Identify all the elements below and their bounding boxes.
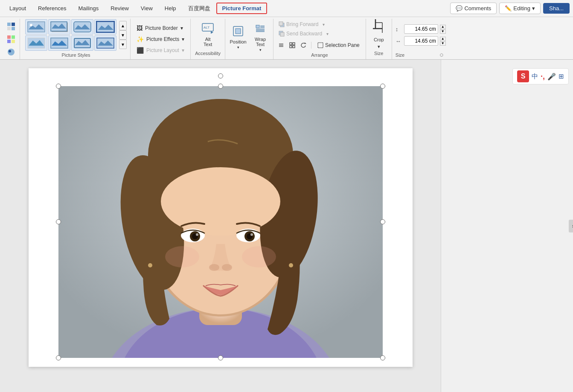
align-button[interactable] [276, 41, 286, 50]
gallery-scroll-down[interactable]: ▼ [119, 30, 127, 40]
send-backward-icon [279, 31, 285, 37]
gallery-scroll-up[interactable]: ▲ [119, 21, 127, 30]
gallery-more[interactable]: ▼ [119, 40, 127, 49]
picture-border-button[interactable]: 🖼 Picture Border ▾ [133, 23, 188, 33]
right-panel-arrow[interactable]: › [569, 220, 573, 232]
accessibility-section: ALT Alt Text Accessibility [191, 19, 225, 59]
comments-button[interactable]: 💬 Comments [450, 3, 497, 14]
height-increment[interactable]: ▲ [440, 25, 446, 29]
handle-br[interactable] [380, 355, 385, 360]
svg-rect-5 [12, 35, 15, 39]
rotate-button[interactable] [298, 41, 308, 50]
picture-effects-button[interactable]: ✨ Picture Effects ▾ [133, 34, 188, 44]
tab-layout[interactable]: Layout [3, 3, 32, 14]
svg-point-66 [250, 233, 253, 236]
svg-rect-39 [293, 43, 295, 45]
height-input[interactable] [404, 24, 438, 34]
wrap-text-button[interactable]: Wrap Text ▾ [249, 28, 271, 47]
bring-forward-dropdown[interactable]: ▾ [323, 22, 325, 27]
picture-style-1[interactable] [25, 19, 47, 35]
svg-rect-1 [12, 23, 15, 26]
svg-point-58 [161, 167, 280, 235]
svg-rect-2 [7, 27, 11, 30]
adjust-section [3, 19, 20, 59]
picture-style-8[interactable] [94, 35, 116, 51]
handle-tr[interactable] [380, 84, 385, 89]
position-button[interactable]: Position ▾ [227, 28, 249, 47]
group-button[interactable] [287, 41, 297, 50]
crop-button[interactable]: Crop ▾ [369, 19, 388, 49]
selection-pane-icon [317, 42, 323, 48]
bring-forward-icon [279, 21, 285, 27]
crop-section: Crop ▾ Size [366, 19, 392, 59]
width-input[interactable] [404, 36, 438, 46]
tab-mailings[interactable]: Mailings [73, 3, 105, 14]
corrections-button[interactable] [5, 21, 17, 32]
height-icon: ↕ [396, 26, 402, 32]
height-decrement[interactable]: ▼ [440, 29, 446, 34]
bring-forward-button[interactable]: Bring Forward [276, 20, 321, 29]
tab-help[interactable]: Help [159, 3, 182, 14]
picture-border-dropdown: ▾ [180, 25, 183, 31]
picture-style-6[interactable] [48, 35, 70, 51]
handle-mr[interactable] [380, 219, 385, 224]
handle-bc[interactable] [218, 355, 223, 360]
tab-references[interactable]: References [32, 3, 72, 14]
width-decrement[interactable]: ▼ [440, 41, 446, 46]
gallery-scroll: ▲ ▼ ▼ [119, 21, 127, 49]
picture-style-7[interactable] [71, 35, 93, 51]
svg-rect-25 [256, 25, 259, 28]
sogou-mic-icon[interactable]: 🎤 [547, 73, 556, 81]
picture-layout-button[interactable]: ⬛ Picture Layout ▾ [133, 45, 188, 55]
tab-view[interactable]: View [135, 3, 159, 14]
send-backward-dropdown[interactable]: ▾ [326, 32, 329, 36]
picture-styles-label: Picture Styles [25, 51, 127, 59]
sogou-grid-icon[interactable]: ⊞ [558, 73, 564, 80]
svg-point-72 [289, 263, 293, 267]
accessibility-label: Accessibility [195, 49, 221, 58]
pencil-icon: ✏️ [505, 5, 512, 12]
artistic-effects-button[interactable] [5, 46, 17, 58]
width-icon: ↔ [396, 38, 402, 44]
svg-rect-24 [236, 29, 241, 34]
share-button[interactable]: Sha... [543, 3, 570, 14]
svg-point-69 [165, 246, 199, 267]
color-button[interactable] [5, 34, 17, 45]
picture-style-2[interactable] [48, 19, 70, 35]
handle-tc[interactable] [218, 84, 223, 89]
handle-ml[interactable] [56, 219, 61, 224]
crop-icon [373, 19, 385, 35]
selection-pane-button[interactable]: Selection Pane [314, 41, 363, 49]
picture-effects-icon: ✨ [137, 36, 144, 43]
arrange-label: Arrange [276, 51, 363, 59]
svg-text:ALT: ALT [204, 26, 209, 29]
width-increment[interactable]: ▲ [440, 37, 446, 41]
svg-rect-32 [279, 22, 283, 26]
document-area: S 中 ·, 🎤 ⊞ › [0, 60, 573, 392]
handle-tl[interactable] [56, 84, 61, 89]
tab-review[interactable]: Review [105, 3, 135, 14]
svg-rect-3 [12, 27, 15, 30]
picture-container[interactable] [58, 86, 383, 358]
size-expand-icon[interactable]: ⬡ [440, 53, 445, 58]
arrange-section: Bring Forward ▾ Send Backward ▾ [273, 19, 366, 59]
position-icon [233, 26, 243, 38]
svg-point-8 [8, 49, 15, 55]
picture-style-4[interactable] [94, 19, 116, 35]
picture-style-5[interactable] [25, 35, 47, 51]
tab-picture-format[interactable]: Picture Format [216, 3, 268, 14]
tab-baidu[interactable]: 百度网盘 [182, 2, 216, 15]
alt-text-button[interactable]: ALT Alt Text [196, 19, 220, 49]
page [29, 68, 413, 367]
picture-style-3[interactable] [71, 19, 93, 35]
picture-layout-dropdown: ▾ [182, 47, 184, 53]
svg-rect-6 [7, 40, 11, 43]
handle-top-center[interactable] [218, 73, 223, 78]
svg-rect-40 [290, 46, 292, 48]
svg-marker-42 [305, 42, 306, 44]
svg-rect-41 [293, 46, 295, 48]
editing-button[interactable]: ✏️ Editing ▾ [499, 3, 541, 14]
send-backward-button[interactable]: Send Backward [276, 29, 325, 38]
handle-bl[interactable] [56, 355, 61, 360]
sogou-zh-icon[interactable]: 中 [532, 73, 538, 81]
